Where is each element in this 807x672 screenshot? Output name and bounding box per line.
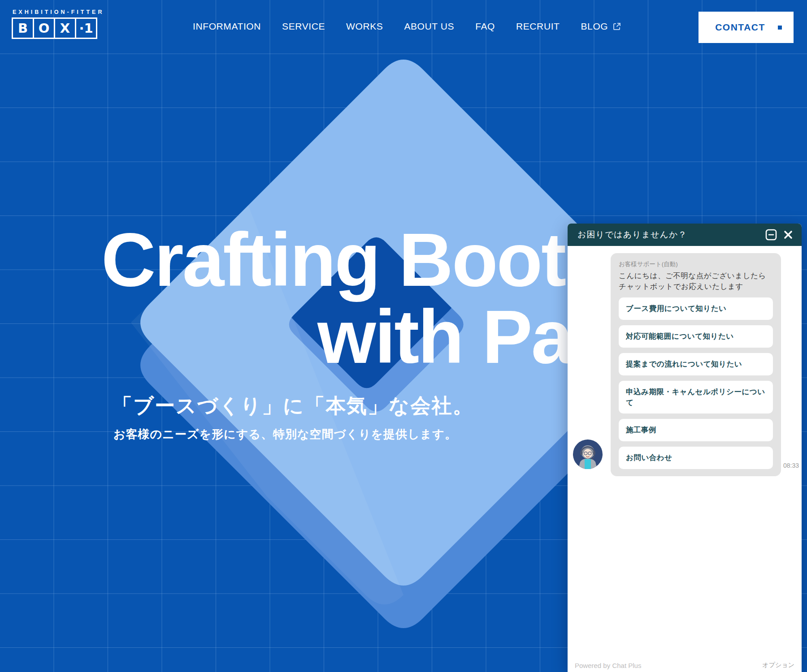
nav-item-faq[interactable]: FAQ — [475, 21, 495, 32]
logo-box-glyph: O — [33, 17, 55, 39]
contact-button-label: CONTACT — [715, 22, 765, 33]
bot-message-text: こんにちは、ご不明な点がございましたらチャットボットでお応えいたします — [619, 271, 773, 292]
chat-title: お困りではありませんか？ — [577, 229, 761, 241]
quick-reply-button[interactable]: お問い合わせ — [619, 447, 773, 469]
nav-item-label: SERVICE — [282, 21, 325, 32]
bot-message-bubble: お客様サポート(自動) こんにちは、ご不明な点がございましたらチャットボットでお… — [611, 253, 781, 476]
external-link-icon — [612, 22, 621, 31]
logo-box-glyph: ·1 — [75, 17, 97, 39]
main-nav: INFORMATIONSERVICEWORKSABOUT USFAQRECRUI… — [193, 0, 621, 53]
chat-widget: お困りではありませんか？ お客様サポート(自動) こんにちは、ご不明な点がござい… — [568, 224, 802, 672]
quick-reply-button[interactable]: 施工事例 — [619, 419, 773, 441]
nav-item-about-us[interactable]: ABOUT US — [404, 21, 454, 32]
site-logo[interactable]: EXHIBITION-FITTER BOX·1 — [12, 9, 104, 39]
quick-reply-button[interactable]: 申込み期限・キャんセルポリシーについて — [619, 381, 773, 414]
contact-square-icon — [778, 26, 782, 30]
chat-body: お客様サポート(自動) こんにちは、ご不明な点がございましたらチャットボットでお… — [568, 246, 802, 672]
nav-item-service[interactable]: SERVICE — [282, 21, 325, 32]
chat-header: お困りではありませんか？ — [568, 224, 802, 246]
quick-reply-button[interactable]: 提案までの流れについて知りたい — [619, 353, 773, 375]
nav-item-recruit[interactable]: RECRUIT — [516, 21, 560, 32]
hero-description: お客様のニーズを形にする、特別な空間づくりを提供します。 — [113, 426, 457, 442]
nav-item-label: FAQ — [475, 21, 495, 32]
nav-item-blog[interactable]: BLOG — [581, 21, 622, 32]
nav-item-label: INFORMATION — [193, 21, 261, 32]
quick-reply-button[interactable]: ブース費用について知りたい — [619, 297, 773, 320]
nav-item-label: ABOUT US — [404, 21, 454, 32]
logo-box-glyph: X — [54, 17, 76, 39]
close-icon[interactable] — [781, 228, 795, 242]
nav-item-information[interactable]: INFORMATION — [193, 21, 261, 32]
support-agent-avatar — [573, 439, 603, 469]
chat-footer: Powered by Chat Plus オプション — [568, 661, 802, 669]
nav-item-label: WORKS — [346, 21, 383, 32]
contact-button[interactable]: CONTACT — [699, 12, 794, 43]
powered-by-link[interactable]: Powered by Chat Plus — [575, 662, 641, 669]
logo-boxes: BOX·1 — [12, 17, 104, 39]
quick-replies: ブース費用について知りたい対応可能範囲について知りたい提案までの流れについて知り… — [619, 297, 773, 469]
site-header: EXHIBITION-FITTER BOX·1 INFORMATIONSERVI… — [0, 0, 807, 53]
quick-reply-button[interactable]: 対応可能範囲について知りたい — [619, 325, 773, 348]
chat-timestamp: 08:33 — [783, 462, 799, 469]
nav-item-works[interactable]: WORKS — [346, 21, 383, 32]
logo-tagline: EXHIBITION-FITTER — [13, 9, 104, 15]
options-link[interactable]: オプション — [762, 661, 794, 669]
logo-box-glyph: B — [12, 17, 34, 39]
minimize-icon[interactable] — [764, 228, 778, 242]
nav-item-label: RECRUIT — [516, 21, 560, 32]
hero-subheading: 「ブースづくり」に「本気」な会社。 — [112, 392, 473, 419]
nav-item-label: BLOG — [581, 21, 608, 32]
bot-message-label: お客様サポート(自動) — [619, 260, 773, 268]
